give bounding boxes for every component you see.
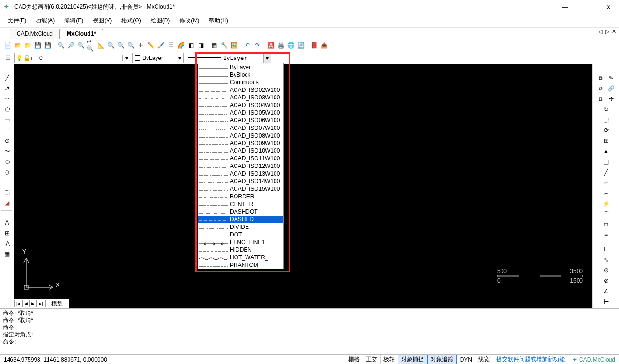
lweight-button[interactable]: 线宽 (475, 355, 492, 364)
linetype-dropdown[interactable]: ByLayerByBlockContinuousACAD_ISO02W100AC… (198, 63, 284, 269)
dim-radius-icon[interactable]: ⊘ (601, 266, 611, 275)
layers-icon[interactable]: ☰ (166, 40, 176, 50)
chamfer-icon[interactable]: □ (601, 220, 611, 229)
menu-view[interactable]: 视图(V) (89, 15, 116, 27)
polyline-icon[interactable]: 〰 (2, 94, 12, 104)
model-tab-prev-icon[interactable]: ◀ (22, 300, 29, 307)
polar-button[interactable]: 极轴 (380, 355, 398, 364)
model-tab-first-icon[interactable]: |◀ (14, 300, 22, 307)
model-tab-last-icon[interactable]: ▶| (37, 300, 45, 307)
circle-icon[interactable]: ⊙ (2, 136, 12, 146)
saveas-icon[interactable]: 💾 (43, 40, 52, 50)
zoom-in-icon[interactable]: 🔎 (66, 40, 76, 50)
dim-misc-icon[interactable]: ⊢ (601, 297, 611, 306)
offset-icon[interactable]: ⟳ (601, 126, 611, 135)
linetype-option-acad_iso05w100[interactable]: ACAD_ISO05W100 (198, 109, 283, 117)
mtext-icon[interactable]: ⊞ (2, 228, 12, 238)
open-icon[interactable]: 📂 (13, 40, 22, 50)
arc-icon[interactable]: ⌒ (2, 126, 12, 135)
linetype-option-byblock[interactable]: ByBlock (198, 71, 283, 79)
linetype-option-acad_iso04w100[interactable]: ACAD_ISO04W100 (198, 101, 283, 109)
dyn-button[interactable]: DYN (457, 355, 475, 364)
otrack-button[interactable]: 对象追踪 (427, 355, 457, 364)
linetype-option-dashdot[interactable]: DASHDOT (198, 208, 283, 216)
array-icon[interactable]: ⊞ (601, 136, 611, 146)
block2-icon[interactable]: ◨ (196, 40, 206, 50)
dim-linear-icon[interactable]: ⊢ (601, 245, 611, 254)
gradient-icon[interactable]: 🌈 (176, 40, 186, 50)
save-icon[interactable]: 💾 (33, 40, 42, 50)
move-icon[interactable]: ⧉ (596, 84, 606, 93)
copy-icon[interactable]: ⧉ (596, 73, 606, 83)
linetype-combo[interactable]: ByLayer ▾ (186, 53, 271, 63)
edit2-icon[interactable]: ✎ (607, 73, 616, 83)
linetype-option-continuous[interactable]: Continuous (198, 79, 283, 86)
tab-prev-icon[interactable]: ◁ (598, 29, 603, 35)
undo-icon[interactable]: ↶ (243, 40, 252, 50)
linetype-option-acad_iso02w100[interactable]: ACAD_ISO02W100 (198, 86, 283, 94)
drawing-canvas[interactable]: Y X 500 3500 0 1500 (14, 64, 592, 308)
linetype-option-fenceline1[interactable]: FENCELINE1 (198, 238, 283, 246)
menu-help[interactable]: 帮助(H) (205, 15, 232, 27)
pan-icon[interactable]: 🔍 (116, 40, 126, 50)
redo-icon[interactable]: ↷ (253, 40, 262, 50)
command-line[interactable]: 命令: *取消* 命令: *取消* 命令: 指定对角点: 命令: (0, 308, 619, 354)
zoom-real-icon[interactable]: 🔍 (106, 40, 116, 50)
line-icon[interactable]: ╱ (2, 73, 12, 83)
tool-b-icon[interactable]: 🖨️ (276, 40, 285, 50)
measure-icon[interactable]: 📐 (96, 40, 106, 50)
linetype-option-dot[interactable]: DOT (198, 231, 283, 238)
color-combo[interactable]: ByLayer ▾ (132, 53, 184, 63)
link-icon[interactable]: 🔗 (607, 84, 616, 93)
tab-close-icon[interactable]: ✕ (611, 29, 617, 35)
hatch-icon[interactable]: ▦ (209, 40, 219, 50)
tab-mxcloud1[interactable]: MxCloud1* (59, 29, 103, 39)
image-icon[interactable]: 🖼️ (229, 40, 239, 50)
tab-next-icon[interactable]: ▷ (604, 29, 610, 35)
linetype-option-dashed[interactable]: DASHED (198, 216, 283, 223)
layer-combo-arrow[interactable]: ▾ (122, 55, 130, 61)
stretch-icon[interactable]: ╱ (601, 167, 611, 177)
open-cloud-icon[interactable]: 📁 (23, 40, 32, 50)
brush-icon[interactable]: 🖌️ (156, 40, 166, 50)
linetype-option-hot_water_[interactable]: HOT_WATER_ (198, 254, 283, 261)
linetype-option-acad_iso14w100[interactable]: ACAD_ISO14W100 (198, 177, 283, 185)
layer-combo[interactable]: 💡 🔓 ◻ 0 ▾ (14, 53, 130, 63)
menu-draw[interactable]: 绘图(D) (147, 15, 174, 27)
break-icon[interactable]: ⚡ (601, 199, 611, 208)
linetype-option-bylayer[interactable]: ByLayer (198, 63, 283, 71)
refresh-icon[interactable]: 🔄 (296, 40, 305, 50)
xline-icon[interactable]: ⇗ (2, 84, 12, 93)
tab-cad-mxcloud[interactable]: CAD.MxCloud (10, 29, 60, 39)
ellipse-icon[interactable]: ⬭ (2, 157, 12, 167)
hatch-tool-icon[interactable]: ▦ (2, 249, 12, 259)
dtext-icon[interactable]: |A (2, 239, 12, 248)
model-tab-next-icon[interactable]: ▶ (29, 300, 37, 307)
linetype-option-acad_iso03w100[interactable]: ACAD_ISO03W100 (198, 94, 283, 101)
tool-c-icon[interactable]: 🌐 (286, 40, 295, 50)
layer-stack-icon[interactable]: ☰ (3, 53, 12, 63)
scale-icon[interactable]: ◫ (601, 157, 611, 167)
linetype-option-acad_iso12w100[interactable]: ACAD_ISO12W100 (198, 162, 283, 170)
pdf-icon[interactable]: 📕 (309, 40, 319, 50)
ellipse-arc-icon[interactable]: ⬯ (2, 167, 12, 177)
linetype-option-center[interactable]: CENTER (198, 200, 283, 208)
model-tab-label[interactable]: 模型 (45, 300, 69, 307)
color-combo-arrow[interactable]: ▾ (176, 55, 183, 61)
target-icon[interactable]: ✛ (136, 40, 146, 50)
linetype-combo-arrow[interactable]: ▾ (263, 53, 271, 63)
trim-icon[interactable]: ⌐ (601, 178, 611, 187)
export-icon[interactable]: 📤 (319, 40, 329, 50)
edit-icon[interactable]: ✏️ (146, 40, 156, 50)
spline-icon[interactable]: 〜 (2, 147, 12, 156)
linetype-option-border[interactable]: BORDER (198, 193, 283, 200)
menu-file[interactable]: 文件(F) (4, 15, 30, 27)
menu-edit[interactable]: 编辑(E) (60, 15, 87, 27)
move2-icon[interactable]: ✢ (607, 94, 616, 104)
linetype-option-acad_iso15w100[interactable]: ACAD_ISO15W100 (198, 185, 283, 193)
mirror-icon[interactable]: ▲ (601, 147, 611, 156)
linetype-option-acad_iso10w100[interactable]: ACAD_ISO10W100 (198, 147, 283, 155)
maximize-button[interactable]: ☐ (580, 2, 593, 12)
linetype-option-phantom[interactable]: PHANTOM (198, 261, 283, 269)
fillet-icon[interactable]: ⌒ (601, 209, 611, 219)
